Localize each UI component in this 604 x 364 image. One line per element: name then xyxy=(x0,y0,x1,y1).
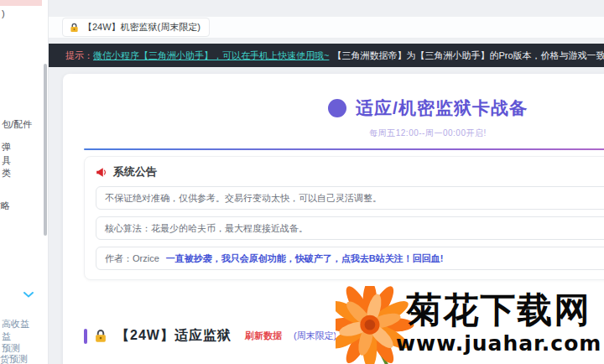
announcement-author-note: 作者：Orzice 一直被抄袭，我只会原创功能，快破产了，点我去B站关注！回回血… xyxy=(96,247,604,270)
purple-dot-icon xyxy=(328,99,346,117)
chevron-down-icon[interactable] xyxy=(23,286,34,301)
notice-miniprogram-link[interactable]: 微信小程序【三角洲小助手】，可以在手机上快速使用哦~ xyxy=(93,49,329,62)
tab-title: 【24W】机密监狱(周末限定) xyxy=(83,21,200,34)
watermark-site-name: 菊花下载网 xyxy=(396,289,601,331)
refresh-data-button[interactable]: 刷新数据 xyxy=(245,330,282,342)
sidebar-scrollbar[interactable] xyxy=(44,64,47,236)
announcement-title: 系统公告 xyxy=(113,164,157,179)
announcement-note: 不保证绝对准确，仅供参考。交易行变动太快，可以自己灵活调整。 xyxy=(96,186,604,210)
sidebar-active-highlight xyxy=(0,0,42,6)
megaphone-icon xyxy=(96,167,107,178)
page-title-row: 适应/机密监狱卡战备 xyxy=(84,96,604,120)
tab-strip: 【24W】机密监狱(周末限定) xyxy=(49,17,604,39)
watermark-text: 菊花下载网 www.juahar.com xyxy=(396,289,601,356)
page-title: 适应/机密监狱卡战备 xyxy=(356,96,528,120)
sidebar-item[interactable]: 益 xyxy=(2,330,11,343)
announcement-panel: 系统公告 不保证绝对准确，仅供参考。交易行变动太快，可以自己灵活调整。 核心算法… xyxy=(84,156,604,280)
lock-icon xyxy=(94,329,107,343)
gradient-divider xyxy=(84,148,604,150)
lock-icon xyxy=(70,23,79,33)
section-accent-bar xyxy=(84,329,87,344)
left-sidebar: ) 包/配件 弹 具 类 攻略 高收益 益 预测 出货预测 xyxy=(0,0,49,364)
page-subtitle: 每周五12:00--周一00:00开启! xyxy=(84,127,604,139)
sidebar-item[interactable]: 弹 xyxy=(2,141,11,153)
notice-bar: 提示： 微信小程序【三角洲小助手】，可以在手机上快速使用哦~ 【三角洲数据帝】为… xyxy=(49,44,604,67)
sidebar-item-high-profit[interactable]: 高收益 xyxy=(2,318,29,330)
sidebar-item-bag-accessories[interactable]: 包/配件 xyxy=(2,118,32,131)
announcement-header: 系统公告 xyxy=(96,164,604,179)
tab-secret-prison[interactable]: 【24W】机密监狱(周末限定) xyxy=(62,18,210,37)
sidebar-item[interactable]: 具 xyxy=(2,154,11,167)
sidebar-item[interactable]: 类 xyxy=(2,167,11,179)
watermark-overlay: 菊花下载网 www.juahar.com xyxy=(336,283,604,364)
sidebar-item[interactable]: ) xyxy=(2,8,5,18)
author-label: 作者：Orzice xyxy=(105,253,159,263)
notice-text: 【三角洲数据帝】为【三角洲小助手】的Pro版本，价格与游戏一致，数据实时更新！ xyxy=(332,49,604,62)
bilibili-follow-link[interactable]: 一直被抄袭，我只会原创功能，快破产了，点我去B站关注！回回血! xyxy=(166,253,444,263)
notice-prefix: 提示： xyxy=(65,49,93,62)
weekend-badge: (周末限定) xyxy=(294,330,336,342)
chevron-down-icon[interactable] xyxy=(23,359,34,364)
sidebar-item-guide[interactable]: 攻略 xyxy=(0,200,10,212)
section-title: 【24W】适应监狱 xyxy=(116,327,232,345)
watermark-site-url: www.juahar.com xyxy=(396,331,601,356)
announcement-note: 核心算法：花最少的哈夫币，最大程度接近战备。 xyxy=(96,216,604,240)
